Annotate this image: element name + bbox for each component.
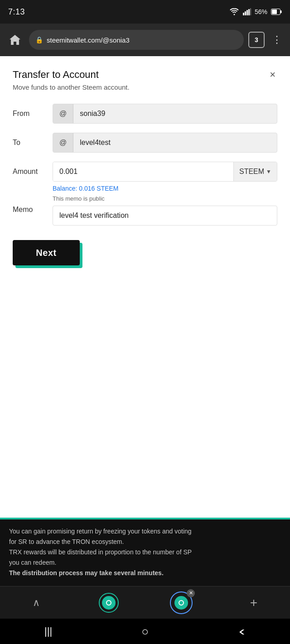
steem-circle-dot [106, 600, 111, 606]
status-time: 7:13 [8, 7, 25, 17]
to-input[interactable] [73, 133, 277, 152]
url-text: steemitwallet.com/@sonia3 [47, 36, 237, 44]
recents-button[interactable]: ||| [35, 622, 62, 640]
balance-row: Balance: 0.016 STEEM [53, 184, 277, 192]
memo-label: Memo [13, 206, 45, 214]
nav-chevron-up-btn[interactable]: ∧ [24, 590, 49, 615]
battery-icon [271, 9, 282, 15]
amount-input[interactable] [53, 162, 233, 181]
notification-line5: The distribution process may take severa… [9, 568, 281, 578]
from-label: From [13, 110, 45, 118]
steem-circle-icon [99, 593, 119, 613]
main-content: Transfer to Account × Move funds to anot… [0, 56, 290, 288]
notification-line3: TRX rewards will be distributed in propo… [9, 548, 281, 557]
from-field-row: From @ [13, 104, 277, 124]
svg-rect-1 [245, 11, 246, 15]
signal-icon [243, 8, 251, 15]
status-bar: 7:13 56% [0, 0, 290, 24]
notification-line5-bold: The distribution process may take severa… [9, 569, 164, 577]
to-field-row: To @ [13, 133, 277, 153]
nav-plus-btn[interactable]: + [241, 590, 266, 615]
to-label: To [13, 139, 45, 147]
nav-steem-icon-btn[interactable] [96, 590, 121, 615]
bottom-notification: You can gain promising return by freezin… [0, 518, 290, 586]
dialog-header: Transfer to Account × [13, 69, 277, 81]
from-input[interactable] [73, 104, 277, 123]
back-icon: ‹ [238, 624, 245, 639]
wifi-icon [229, 8, 239, 15]
nav-active-icon-btn[interactable]: ✕ [169, 590, 194, 615]
plus-icon: + [250, 596, 257, 610]
recents-icon: ||| [44, 625, 52, 637]
dialog-subtitle: Move funds to another Steem account. [13, 83, 277, 91]
token-select-wrap[interactable]: STEEM ▼ [233, 162, 277, 181]
browser-bar: 🔒 steemitwallet.com/@sonia3 3 ⋮ [0, 24, 290, 56]
battery-text: 56% [255, 8, 267, 15]
amount-field-wrap: STEEM ▼ [53, 162, 277, 182]
steem-circle-inner [102, 596, 116, 610]
from-input-wrap: @ [53, 104, 277, 124]
to-input-wrap: @ [53, 133, 277, 153]
notification-line1: You can gain promising return by freezin… [9, 527, 281, 536]
close-badge: ✕ [187, 589, 195, 597]
browser-bottom-nav: ∧ ✕ + [0, 586, 290, 619]
active-circle-dot [179, 600, 184, 606]
from-at-symbol: @ [53, 104, 73, 123]
notification-line4: you can redeem. [9, 558, 281, 567]
home-button[interactable] [5, 30, 24, 49]
browser-menu-button[interactable]: ⋮ [269, 31, 285, 48]
notification-line2: for SR to advance the TRON ecosystem. [9, 537, 281, 547]
svg-rect-3 [248, 9, 250, 15]
tab-count-badge[interactable]: 3 [248, 32, 265, 48]
token-label: STEEM [239, 168, 264, 176]
memo-input[interactable] [53, 206, 277, 226]
status-icons: 56% [229, 8, 282, 15]
lock-icon: 🔒 [35, 36, 43, 43]
back-button[interactable]: ‹ [228, 622, 255, 640]
to-at-symbol: @ [53, 133, 73, 152]
balance-link[interactable]: Balance: 0.016 STEEM [53, 185, 119, 192]
amount-row: Amount STEEM ▼ [13, 162, 277, 182]
system-nav-bar: ||| ○ ‹ [0, 619, 290, 644]
home-nav-icon: ○ [141, 625, 149, 639]
home-nav-button[interactable]: ○ [131, 622, 159, 640]
home-icon [9, 34, 21, 46]
dialog-title: Transfer to Account [13, 69, 99, 81]
active-circle-inner [174, 596, 188, 610]
svg-rect-0 [243, 13, 244, 15]
svg-rect-6 [272, 10, 277, 14]
close-button[interactable]: × [268, 69, 277, 81]
next-button[interactable]: Next [13, 240, 80, 265]
svg-rect-2 [246, 10, 248, 15]
svg-rect-7 [280, 10, 282, 13]
url-bar[interactable]: 🔒 steemitwallet.com/@sonia3 [29, 30, 244, 50]
dropdown-arrow-icon: ▼ [266, 168, 271, 175]
memo-notice: This memo is public [53, 195, 277, 202]
amount-label: Amount [13, 168, 45, 176]
chevron-up-icon: ∧ [33, 597, 40, 609]
memo-row: Memo [13, 206, 277, 226]
next-button-wrap: Next [13, 240, 80, 265]
svg-rect-4 [250, 8, 251, 15]
